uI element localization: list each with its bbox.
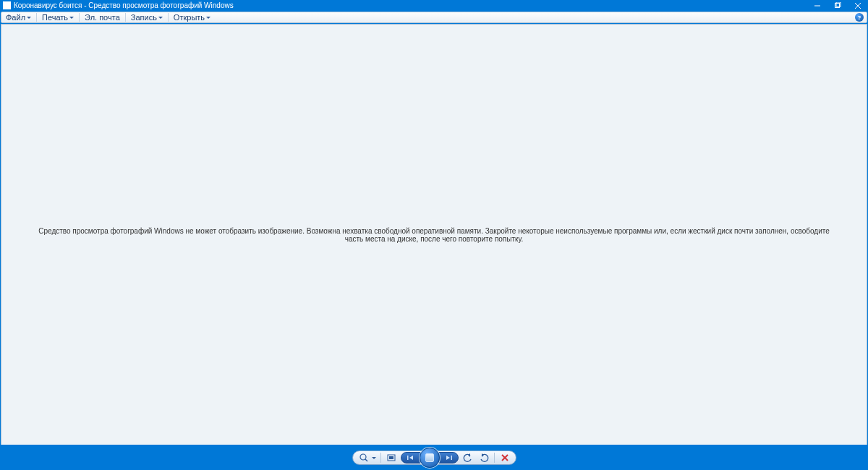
menu-separator xyxy=(125,13,126,22)
close-button[interactable] xyxy=(848,0,868,11)
fit-window-icon xyxy=(386,453,396,463)
chevron-down-icon xyxy=(158,17,163,19)
chevron-down-icon xyxy=(69,17,74,19)
menu-separator xyxy=(36,13,37,22)
previous-icon xyxy=(406,454,416,461)
slideshow-icon xyxy=(425,453,434,462)
fit-window-button[interactable] xyxy=(383,452,399,463)
menu-file-label: Файл xyxy=(6,13,25,22)
menubar: Файл Печать Эл. почта Запись Открыть ? xyxy=(1,12,867,23)
menu-separator xyxy=(168,13,169,22)
svg-rect-9 xyxy=(407,456,409,460)
next-button[interactable] xyxy=(438,452,459,463)
previous-button[interactable] xyxy=(401,452,421,463)
delete-icon xyxy=(501,453,509,462)
close-icon xyxy=(854,2,861,9)
image-viewport: Средство просмотра фотографий Windows не… xyxy=(1,24,867,445)
svg-rect-8 xyxy=(389,456,393,459)
app-icon xyxy=(3,1,11,9)
rotate-cw-icon xyxy=(479,453,489,463)
menu-open[interactable]: Открыть xyxy=(169,12,215,22)
error-message: Средство просмотра фотографий Windows не… xyxy=(30,227,838,243)
chevron-down-icon xyxy=(372,457,376,459)
bottom-toolbar xyxy=(0,445,868,470)
viewer-controls xyxy=(352,450,516,465)
help-button[interactable]: ? xyxy=(855,13,864,22)
menu-email-label: Эл. почта xyxy=(85,13,120,22)
menu-email[interactable]: Эл. почта xyxy=(80,12,124,22)
menu-print-label: Печать xyxy=(42,13,68,22)
svg-rect-12 xyxy=(451,456,452,460)
magnifier-icon xyxy=(359,453,369,463)
rotate-ccw-icon xyxy=(463,453,473,463)
svg-line-6 xyxy=(365,459,367,461)
menu-file[interactable]: Файл xyxy=(1,12,35,22)
menu-separator xyxy=(79,13,80,22)
window-title: Коронавирус боится - Средство просмотра … xyxy=(14,1,234,9)
chevron-down-icon xyxy=(27,17,31,19)
maximize-button[interactable] xyxy=(827,0,848,11)
svg-marker-11 xyxy=(446,456,450,460)
svg-marker-13 xyxy=(468,453,470,457)
help-icon: ? xyxy=(858,14,861,21)
svg-marker-10 xyxy=(409,456,413,460)
menu-open-label: Открыть xyxy=(174,13,205,22)
delete-button[interactable] xyxy=(497,452,513,463)
menu-burn-label: Запись xyxy=(131,13,157,22)
control-separator xyxy=(494,453,495,463)
titlebar: Коронавирус боится - Средство просмотра … xyxy=(0,0,868,11)
slideshow-button[interactable] xyxy=(420,448,440,468)
zoom-button[interactable] xyxy=(356,452,372,463)
rotate-cw-button[interactable] xyxy=(476,452,492,463)
svg-rect-1 xyxy=(835,3,840,7)
menu-print[interactable]: Печать xyxy=(38,12,78,22)
rotate-ccw-button[interactable] xyxy=(460,452,476,463)
maximize-icon xyxy=(834,2,841,9)
svg-point-5 xyxy=(360,454,366,460)
menu-burn[interactable]: Запись xyxy=(127,12,167,22)
control-separator xyxy=(380,453,381,463)
svg-marker-14 xyxy=(482,453,484,457)
chevron-down-icon xyxy=(206,17,210,19)
minimize-icon xyxy=(814,2,821,9)
next-icon xyxy=(443,454,454,461)
svg-rect-2 xyxy=(836,2,841,7)
minimize-button[interactable] xyxy=(807,0,827,11)
